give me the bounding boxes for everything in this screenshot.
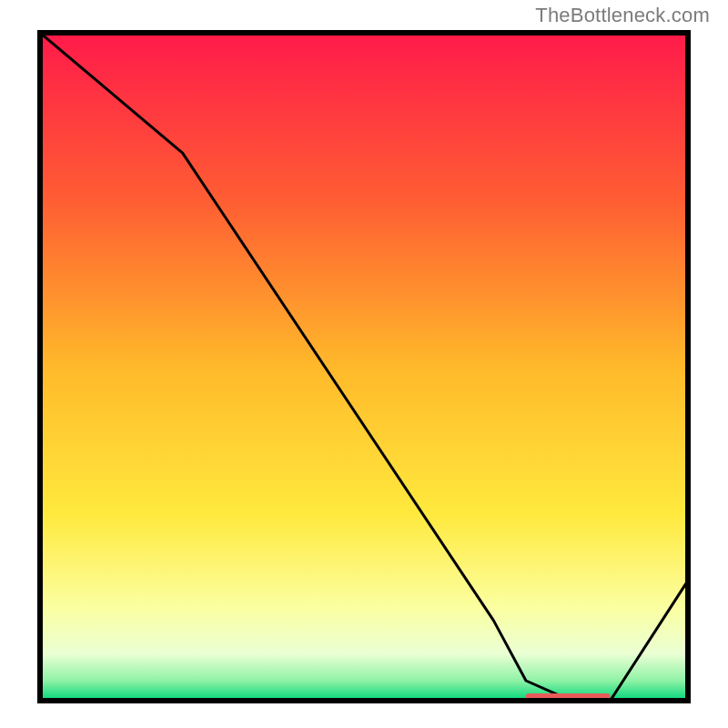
chart-root: TheBottleneck.com — [0, 0, 728, 728]
attribution-text: TheBottleneck.com — [535, 4, 710, 27]
bottleneck-chart — [0, 0, 728, 728]
svg-rect-1 — [40, 33, 688, 701]
